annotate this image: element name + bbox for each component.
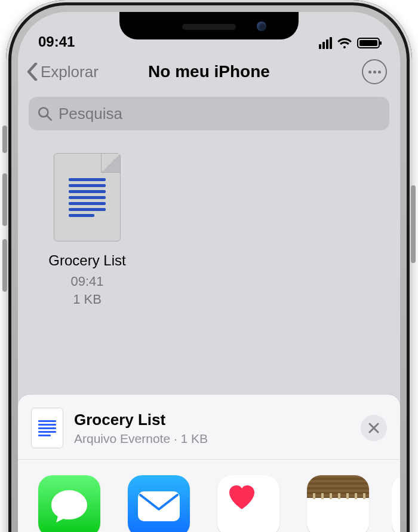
- side-button: [411, 185, 416, 263]
- share-apps-row[interactable]: Mensagens E-mail Saúde: [18, 460, 400, 532]
- mail-icon: [128, 475, 190, 532]
- side-button: [2, 173, 7, 226]
- share-file-icon: [31, 408, 63, 448]
- share-app-mail[interactable]: E-mail: [123, 475, 195, 532]
- svg-rect-2: [138, 491, 180, 521]
- phone-frame: 09:41 Explorar No meu iPhone: [6, 0, 412, 532]
- app-icon: [392, 475, 400, 532]
- share-subtitle: Arquivo Evernote · 1 KB: [74, 432, 350, 446]
- side-button: [2, 126, 7, 153]
- notch: [119, 12, 299, 39]
- share-app-more[interactable]: [392, 475, 400, 532]
- share-app-notes[interactable]: Notas: [302, 475, 374, 532]
- share-app-messages[interactable]: Mensagens: [33, 475, 105, 532]
- messages-icon: [38, 475, 100, 532]
- share-app-health[interactable]: Saúde: [213, 475, 284, 532]
- close-icon: [368, 423, 379, 433]
- health-icon: [217, 475, 279, 532]
- share-sheet: Grocery List Arquivo Evernote · 1 KB Men…: [18, 395, 400, 532]
- screen: 09:41 Explorar No meu iPhone: [18, 12, 400, 532]
- side-button: [2, 239, 7, 292]
- notes-icon: [307, 475, 369, 532]
- close-button[interactable]: [361, 415, 387, 441]
- share-title: Grocery List: [74, 411, 350, 429]
- share-header: Grocery List Arquivo Evernote · 1 KB: [18, 395, 400, 460]
